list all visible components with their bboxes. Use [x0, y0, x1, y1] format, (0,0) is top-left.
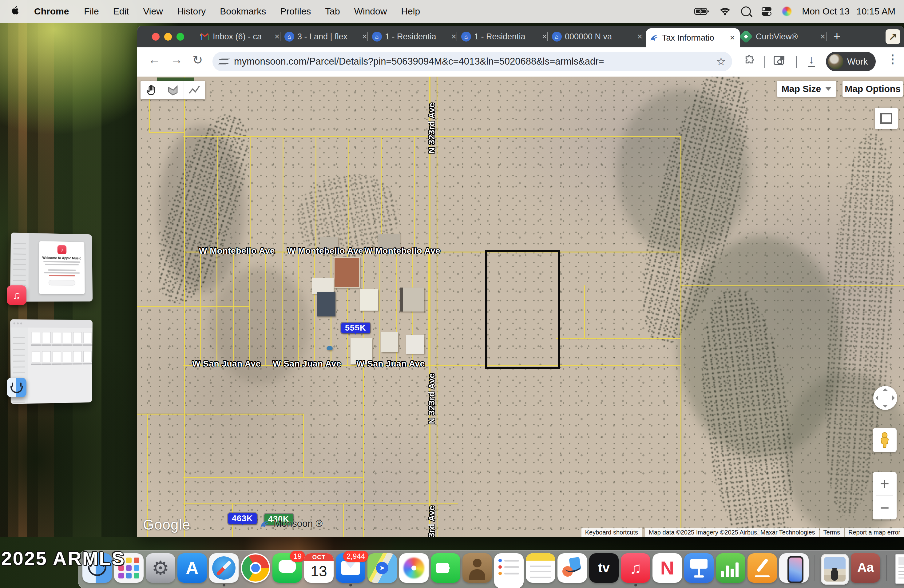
dock-notes[interactable] [526, 553, 555, 583]
menu-time[interactable]: 10:15 AM [857, 6, 895, 17]
new-tab-button[interactable]: + [830, 31, 844, 43]
address-bar[interactable]: mymonsoon.com/Parcel/Details?pin=5063909… [212, 52, 732, 71]
dock-freeform[interactable] [558, 553, 587, 583]
dock-contacts[interactable] [463, 553, 492, 583]
tab-tax-information-active[interactable]: Tax Informatio × [646, 28, 740, 47]
dock-mail[interactable]: 2,944 [336, 553, 365, 583]
dock-numbers[interactable] [716, 553, 745, 583]
menu-tab[interactable]: Tab [318, 6, 347, 17]
dock-messages[interactable]: 19 [272, 553, 302, 583]
forward-button[interactable]: → [170, 53, 183, 67]
zoom-out-button[interactable]: − [872, 496, 897, 519]
dock-calendar[interactable]: OCT 13 [304, 553, 333, 583]
menu-bookmarks[interactable]: Bookmarks [213, 6, 273, 17]
bookmark-star-icon[interactable]: ☆ [716, 55, 726, 68]
pan-up-icon[interactable] [883, 389, 888, 391]
menu-window[interactable]: Window [347, 6, 394, 17]
menu-view[interactable]: View [136, 6, 170, 17]
dock-divider [886, 555, 887, 581]
music-app-badge-icon[interactable]: ♫ [7, 285, 27, 305]
dock-apple-tv[interactable]: tv [589, 553, 619, 583]
spotlight-search-icon[interactable] [741, 6, 751, 16]
tab-inbox[interactable]: Inbox (6) - ca × [197, 26, 284, 47]
google-logo[interactable]: Google [143, 516, 190, 533]
parcel-line [680, 136, 681, 537]
price-marker-463k[interactable]: 463K [228, 513, 257, 524]
pan-right-icon[interactable] [892, 395, 895, 400]
pan-hand-tool-button[interactable] [141, 81, 162, 100]
map-size-button[interactable]: Map Size [777, 81, 836, 97]
street-view-pegman-button[interactable] [872, 428, 897, 452]
menu-date[interactable]: Mon Oct 13 [802, 6, 850, 17]
back-button[interactable]: ← [148, 53, 161, 67]
zoom-window-button[interactable] [177, 33, 184, 41]
toolbar-separator [764, 56, 765, 68]
parcel-map[interactable]: W Montebello Ave W Montebello Ave W Mont… [137, 77, 904, 537]
site-settings-icon[interactable] [219, 57, 228, 66]
reload-button[interactable]: ↻ [193, 53, 203, 67]
pan-left-icon[interactable] [876, 395, 878, 400]
battery-icon[interactable] [694, 8, 709, 15]
tab-title: 1 - Residentia [474, 32, 537, 41]
dock-chrome[interactable] [241, 553, 270, 583]
menu-help[interactable]: Help [394, 6, 427, 17]
wifi-icon[interactable] [719, 7, 730, 16]
siri-icon[interactable] [782, 7, 792, 16]
url-text[interactable]: mymonsoon.com/Parcel/Details?pin=5063909… [234, 56, 710, 67]
zoom-in-button[interactable]: + [872, 472, 897, 495]
dock-preview-stack[interactable] [821, 554, 849, 585]
downloads-icon[interactable]: ↓ [808, 54, 815, 67]
tab-parcel-listing[interactable]: ⌂ 000000 N va × [549, 26, 647, 47]
close-window-button[interactable] [152, 33, 160, 41]
control-center-icon[interactable] [761, 7, 772, 16]
minimize-window-button[interactable] [164, 33, 172, 41]
apple-menu-icon[interactable] [0, 6, 26, 17]
fullscreen-button[interactable] [875, 107, 898, 129]
keyboard-shortcuts-link[interactable]: Keyboard shortcuts [582, 528, 642, 537]
tab-land-search[interactable]: ⌂ 3 - Land | flex × [281, 26, 372, 47]
dock-keynote[interactable] [684, 553, 714, 583]
tab-residential-1[interactable]: ⌂ 1 - Residentia × [369, 26, 461, 47]
dock-photos[interactable] [399, 553, 428, 583]
dock-maps[interactable]: ➤ [367, 553, 397, 583]
dock-facetime[interactable] [431, 553, 460, 583]
listing-pin-icon: ⌂ [552, 32, 562, 41]
selected-parcel-outline[interactable] [485, 250, 560, 369]
extensions-puzzle-icon[interactable] [743, 55, 756, 68]
parcel-line [363, 365, 364, 537]
polyline-tool-button[interactable] [184, 81, 205, 100]
profile-button[interactable]: Work [826, 52, 876, 71]
dock-pages[interactable] [748, 553, 777, 583]
terms-link[interactable]: Terms [820, 528, 844, 537]
menu-history[interactable]: History [170, 6, 213, 17]
dock-news[interactable]: N [653, 553, 682, 583]
listing-pin-icon: ⌂ [372, 32, 382, 41]
pan-down-icon[interactable] [883, 405, 888, 408]
dock-system-settings[interactable]: ⚙ [146, 553, 175, 583]
menu-profiles[interactable]: Profiles [273, 6, 318, 17]
dock-reminders[interactable] [494, 553, 524, 588]
tab-curbview[interactable]: CurbView® × [738, 26, 830, 47]
tab-close-icon[interactable]: × [728, 33, 737, 43]
dock-dictionary[interactable]: Aa [851, 553, 880, 583]
menu-edit[interactable]: Edit [106, 6, 136, 17]
tab-residential-2[interactable]: ⌂ 1 - Residentia × [458, 26, 552, 47]
menu-app-name[interactable]: Chrome [26, 6, 77, 17]
window-corner-arrow-icon[interactable]: ↗ [885, 29, 900, 44]
dock-document-stack[interactable] [895, 554, 904, 584]
menu-file[interactable]: File [77, 6, 106, 17]
polygon-tool-button[interactable] [162, 81, 183, 100]
music-get-started-button[interactable] [49, 280, 75, 285]
report-map-error-link[interactable]: Report a map error [845, 528, 904, 537]
finder-app-badge-icon[interactable] [7, 378, 27, 397]
map-options-button[interactable]: Map Options [842, 81, 903, 97]
pan-control[interactable] [873, 386, 897, 410]
dock-safari[interactable] [209, 553, 239, 583]
dock-music[interactable]: ♫ [621, 553, 650, 583]
lens-search-icon[interactable] [773, 55, 787, 68]
chrome-menu-icon[interactable]: ⋮ [887, 52, 898, 66]
zoom-control: + − [872, 472, 897, 519]
dock-app-store[interactable]: A [177, 553, 207, 583]
dock-iphone-mirroring[interactable] [779, 553, 809, 583]
price-marker-555k[interactable]: 555K [341, 322, 370, 334]
